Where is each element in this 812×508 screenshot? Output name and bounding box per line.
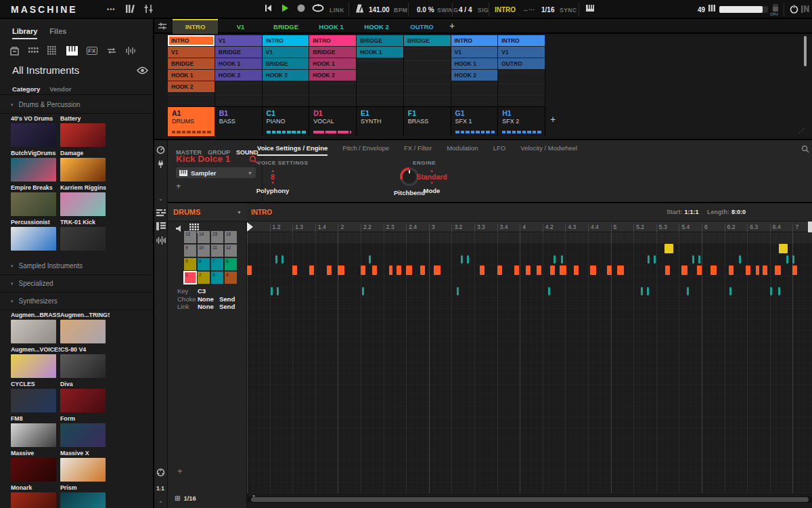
pattern-name[interactable]: INTRO: [251, 209, 272, 216]
note-kick[interactable]: [327, 266, 332, 275]
note-kick[interactable]: [338, 266, 344, 275]
pattern-cell[interactable]: INTRO: [263, 35, 309, 46]
note-hat_top[interactable]: [654, 255, 656, 263]
step-grid-setting[interactable]: ⊞1/16: [175, 494, 196, 502]
note-hat_top[interactable]: [461, 255, 463, 263]
note-kick[interactable]: [526, 266, 531, 275]
scrollbar-thumb[interactable]: [251, 497, 809, 502]
loop-end-handle[interactable]: [808, 221, 812, 232]
scene-tab-v1[interactable]: V1: [218, 19, 263, 34]
pad-13[interactable]: 13: [184, 231, 196, 243]
note-kick[interactable]: [434, 266, 441, 275]
pad-4[interactable]: 4: [225, 272, 237, 284]
note-hat_low[interactable]: [362, 287, 364, 295]
browser-tab-files[interactable]: Files: [49, 27, 66, 38]
pattern-cell[interactable]: HOOK 1: [357, 47, 403, 58]
bpm-value[interactable]: 141.00: [369, 6, 390, 14]
list-item[interactable]: Battery: [60, 115, 110, 147]
pattern-cell[interactable]: BRIDGE: [357, 35, 403, 46]
link-value[interactable]: None: [198, 303, 219, 311]
group-slot-a1[interactable]: A1DRUMS: [168, 107, 215, 136]
keyboard-view-icon[interactable]: [154, 222, 167, 230]
page-tab[interactable]: Modulation: [447, 144, 478, 156]
note-kick[interactable]: [497, 266, 502, 275]
note-hat_low[interactable]: [277, 287, 279, 295]
note-kick[interactable]: [710, 266, 717, 275]
note-hat_low[interactable]: [548, 287, 550, 295]
pattern-cell[interactable]: BRIDGE: [404, 35, 451, 46]
pattern-cell[interactable]: HOOK 2: [309, 70, 356, 81]
add-scene-button[interactable]: +: [449, 20, 455, 31]
follow-icon[interactable]: →⋯: [522, 6, 535, 13]
group-slot-g1[interactable]: G1SFX 1: [451, 107, 499, 136]
note-hat_low[interactable]: [687, 287, 689, 295]
note-kick[interactable]: [406, 266, 412, 275]
effects-icon[interactable]: FX: [87, 45, 97, 57]
pattern-cell[interactable]: HOOK 2: [168, 81, 215, 92]
restart-icon[interactable]: [264, 3, 273, 13]
list-item[interactable]: Empire Breaks: [11, 184, 60, 216]
quantize-value[interactable]: 1/16: [541, 6, 554, 14]
record-button-icon[interactable]: [296, 3, 306, 13]
note-kick[interactable]: [746, 266, 750, 275]
playhead-marker[interactable]: [247, 222, 253, 232]
pattern-cell[interactable]: V1: [168, 47, 215, 58]
pad-5[interactable]: 5: [184, 258, 196, 270]
note-kick[interactable]: [607, 266, 612, 275]
note-hat_low[interactable]: [271, 287, 273, 295]
scene-tab-outro[interactable]: OUTRO: [399, 19, 445, 34]
note-hat_top[interactable]: [554, 255, 556, 263]
section-header[interactable]: ▾Drums & Percussion: [0, 96, 154, 114]
pad-2[interactable]: 2: [198, 272, 210, 284]
note-kick[interactable]: [697, 266, 702, 275]
filter-tab-vendor[interactable]: Vendor: [49, 85, 71, 93]
scene-tab-bridge[interactable]: BRIDGE: [263, 19, 309, 34]
choke-send[interactable]: Send: [219, 295, 235, 303]
mixer-toggle-icon[interactable]: [143, 3, 154, 14]
eye-icon[interactable]: [137, 66, 148, 75]
page-tab[interactable]: Velocity / Modwheel: [520, 144, 577, 156]
pattern-cell[interactable]: HOOK 1: [451, 58, 498, 69]
note-clap[interactable]: [779, 244, 788, 253]
pattern-cell[interactable]: V1: [451, 47, 498, 58]
control-search-icon[interactable]: [801, 145, 809, 153]
time-signature-value[interactable]: 4 / 4: [459, 6, 472, 14]
master-volume-slider[interactable]: [719, 6, 768, 13]
group-slot-d1[interactable]: D1VOCAL: [309, 107, 357, 136]
audio-engine-power-icon[interactable]: [789, 4, 799, 14]
pattern-cell[interactable]: BRIDGE: [168, 58, 215, 69]
group-slot-f1[interactable]: F1BRASS: [404, 107, 451, 136]
group-header[interactable]: DRUMS ▼: [168, 203, 247, 221]
list-item[interactable]: CS-80 V4: [60, 346, 110, 378]
pad-16[interactable]: 16: [225, 231, 237, 243]
section-header[interactable]: ▾Synthesizers: [0, 293, 154, 310]
note-hat_low[interactable]: [647, 287, 649, 295]
note-kick[interactable]: [247, 266, 252, 275]
note-kick[interactable]: [292, 266, 297, 275]
note-kick[interactable]: [389, 266, 392, 275]
loops-icon[interactable]: [106, 45, 117, 57]
pattern-cell[interactable]: INTRO: [451, 35, 498, 46]
pattern-cell[interactable]: BRIDGE: [263, 58, 309, 69]
list-item[interactable]: Form: [60, 415, 110, 447]
note-kick[interactable]: [309, 266, 314, 275]
pattern-cell[interactable]: INTRO: [168, 35, 215, 46]
list-item[interactable]: Augmen...VOICES: [11, 346, 60, 378]
horizontal-scrollbar[interactable]: [247, 496, 812, 503]
polyphony-control[interactable]: ▲ 8 ▼ Polyphony: [252, 169, 293, 194]
page-tab[interactable]: LFO: [493, 144, 505, 156]
list-item[interactable]: FM8: [11, 415, 60, 447]
list-item[interactable]: Massive X: [60, 450, 110, 482]
pattern-cell[interactable]: V1: [215, 35, 262, 46]
note-kick[interactable]: [590, 266, 596, 275]
pattern-cell[interactable]: BRIDGE: [309, 47, 356, 58]
keyboard-mode-icon[interactable]: [585, 3, 595, 13]
pad-9[interactable]: 9: [184, 245, 196, 257]
pad-10[interactable]: 10: [198, 245, 210, 257]
mode-control[interactable]: ▲ Standard ▼ Mode: [408, 169, 455, 194]
page-tab[interactable]: Voice Settings / Engine: [257, 144, 328, 156]
key-value[interactable]: C3: [198, 287, 219, 295]
list-item[interactable]: Augmen...BRASS: [11, 312, 60, 343]
group-slot-h1[interactable]: H1SFX 2: [498, 107, 545, 136]
note-hat_top[interactable]: [739, 255, 741, 263]
